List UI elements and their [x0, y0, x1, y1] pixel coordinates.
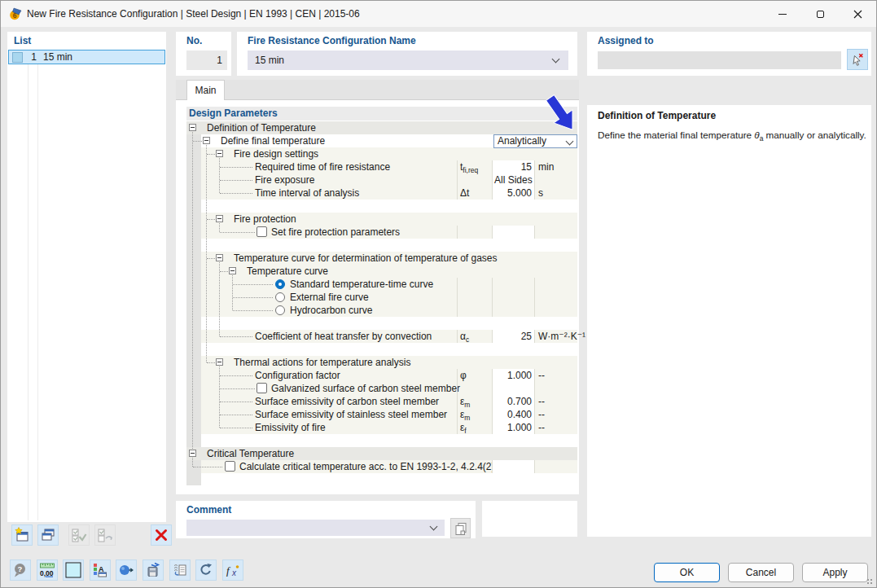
- tree-row-label: Surface emissivity of carbon steel membe…: [255, 395, 439, 408]
- collapse-toggle-icon[interactable]: [189, 450, 196, 457]
- tree-row-label: Temperature curve for determination of t…: [234, 252, 498, 265]
- save-defaults-button[interactable]: [143, 559, 164, 581]
- collapse-toggle-icon[interactable]: [216, 254, 223, 261]
- help-button[interactable]: ?: [10, 559, 31, 581]
- tree-row-label: Hydrocarbon curve: [290, 304, 372, 317]
- tree-row-label: Temperature curve: [247, 265, 328, 278]
- formula-icon: fx: [225, 562, 241, 578]
- tree-connector-line: [219, 158, 220, 193]
- formula-button[interactable]: fx: [222, 559, 243, 581]
- svg-text:?: ?: [18, 564, 23, 573]
- svg-text:x: x: [231, 568, 237, 577]
- tree-gap: [186, 434, 577, 447]
- tree-row-label: Fire protection: [234, 213, 296, 226]
- radio-button[interactable]: [275, 292, 285, 302]
- param-value-field[interactable]: 0.400: [493, 408, 534, 421]
- copy-pages-icon: [454, 521, 468, 536]
- collapse-toggle-icon[interactable]: [229, 267, 236, 274]
- reset-button[interactable]: [195, 559, 217, 581]
- tree-connector-line: [219, 262, 220, 336]
- copy-configuration-button[interactable]: [37, 524, 59, 546]
- assigned-to-field[interactable]: [598, 51, 841, 69]
- checkbox[interactable]: [225, 461, 235, 472]
- param-symbol: φ: [460, 369, 467, 382]
- tree-row-label: Galvanized surface of carbon steel membe…: [271, 382, 460, 395]
- tree-connector-line: [233, 297, 273, 298]
- tree-row-label: Surface emissivity of stainless steel me…: [255, 408, 447, 421]
- param-value-field[interactable]: 1.000: [493, 369, 534, 382]
- param-value-field[interactable]: All Sides: [493, 173, 534, 186]
- param-unit: --: [538, 408, 545, 421]
- delete-configuration-button[interactable]: [151, 524, 172, 546]
- tree-row: Emissivity of fire1.000εf--: [186, 421, 577, 434]
- tree-row-label: Emissivity of fire: [255, 421, 326, 434]
- configuration-name-dropdown[interactable]: 15 min: [248, 50, 568, 70]
- param-value-field[interactable]: 5.000: [493, 186, 534, 200]
- ok-button[interactable]: OK: [654, 563, 720, 582]
- color-button[interactable]: [63, 559, 84, 581]
- collapse-toggle-icon[interactable]: [203, 137, 210, 144]
- param-value-field[interactable]: 25: [493, 330, 534, 343]
- tree-row-label: Critical Temperature: [207, 447, 294, 460]
- param-value-field[interactable]: 15: [493, 160, 534, 173]
- color-icon: [65, 562, 81, 578]
- param-symbol: εf: [460, 421, 467, 437]
- minimize-icon: [778, 14, 787, 15]
- comment-dropdown[interactable]: [186, 520, 445, 536]
- display-settings-button[interactable]: A: [90, 559, 111, 581]
- column-divider: [534, 395, 535, 408]
- tree-connector-line: [220, 388, 255, 389]
- radio-button[interactable]: [275, 279, 285, 289]
- collapse-toggle-icon[interactable]: [216, 358, 223, 366]
- collapse-toggle-icon[interactable]: [216, 215, 223, 222]
- tree-row-label: Define final temperature: [221, 134, 325, 147]
- column-divider: [457, 226, 458, 239]
- number-label: No.: [186, 35, 202, 46]
- param-value-field[interactable]: [493, 460, 534, 473]
- design-parameters-header: Design Parameters: [186, 107, 577, 121]
- copy-configuration-icon: [40, 527, 56, 543]
- svg-text:A: A: [99, 565, 104, 573]
- copy-comment-button[interactable]: [450, 518, 471, 538]
- close-icon: [853, 10, 862, 19]
- svg-text:f: f: [226, 564, 231, 577]
- chevron-down-icon: [552, 55, 560, 64]
- tree-connector-line: [220, 232, 255, 233]
- tree-connector-line: [219, 366, 220, 428]
- assign-pick-button[interactable]: [847, 49, 868, 70]
- param-value-field[interactable]: [493, 226, 534, 239]
- param-value-field[interactable]: [493, 382, 534, 395]
- tab-main[interactable]: Main: [186, 80, 225, 100]
- param-symbol: Δt: [460, 186, 469, 200]
- cancel-button[interactable]: Cancel: [728, 563, 794, 582]
- radio-button[interactable]: [275, 305, 285, 315]
- minimize-button[interactable]: [764, 1, 801, 27]
- tree-row: Set fire protection parameters: [186, 226, 577, 239]
- collapse-toggle-icon[interactable]: [216, 150, 223, 157]
- tree-connector-line: [220, 193, 252, 194]
- tree-row: Galvanized surface of carbon steel membe…: [186, 382, 577, 395]
- close-button[interactable]: [839, 1, 876, 27]
- checkbox[interactable]: [257, 226, 267, 237]
- column-divider: [492, 304, 493, 317]
- resize-grip[interactable]: [866, 578, 873, 585]
- checkbox[interactable]: [257, 383, 267, 393]
- maximize-button[interactable]: [801, 1, 839, 27]
- collapse-toggle-icon[interactable]: [189, 124, 196, 131]
- units-button[interactable]: 0,00: [37, 559, 58, 581]
- tree-connector-line: [207, 219, 215, 220]
- param-value-field[interactable]: 1.000: [493, 421, 534, 434]
- export-button[interactable]: [116, 559, 137, 581]
- copy-list-button[interactable]: [169, 559, 191, 581]
- list-item-15min[interactable]: 1 15 min: [8, 50, 165, 64]
- help-icon: ?: [12, 562, 29, 578]
- new-configuration-button[interactable]: [11, 524, 33, 546]
- number-field[interactable]: 1: [186, 50, 227, 70]
- list-column-divider: [28, 50, 29, 520]
- save-defaults-icon: [145, 562, 161, 578]
- param-value-field[interactable]: 0.700: [493, 395, 534, 408]
- tree-connector-line: [207, 154, 215, 155]
- column-divider: [492, 278, 493, 291]
- apply-button[interactable]: Apply: [802, 563, 868, 582]
- tree-row-label: Time interval of analysis: [255, 186, 359, 200]
